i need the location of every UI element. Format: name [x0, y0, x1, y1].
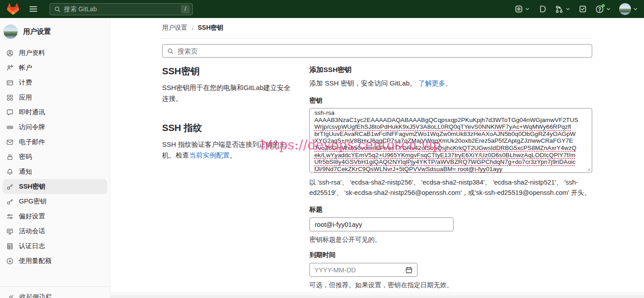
sidebar-item-label: 用户资料 [19, 49, 45, 57]
learn-more-link[interactable]: 了解更多。 [418, 79, 452, 87]
sidebar-item-label: 电子邮件 [19, 138, 45, 146]
ssh-keys-icon [6, 183, 14, 190]
todos-button[interactable] [579, 5, 587, 13]
notifications-icon [6, 168, 14, 176]
sidebar-item-label: 访问令牌 [19, 123, 45, 131]
sidebar-item-profile[interactable]: 用户资料 [3, 45, 107, 60]
breadcrumb-current: SSH密钥 [198, 24, 223, 32]
todos-icon [579, 5, 587, 13]
merge-requests-button[interactable] [555, 5, 570, 14]
ssh-key-textarea[interactable]: ssh-rsa AAAAB3NzaC1yc2EAAAADAQABAAABgQCq… [309, 108, 592, 173]
calendar-icon[interactable] [405, 266, 413, 274]
collapse-sidebar-button[interactable]: 收起侧边栏 [0, 286, 110, 298]
notification-dot [602, 4, 605, 7]
preferences-icon [6, 213, 14, 220]
slash-shortcut-badge: / [181, 5, 190, 14]
sidebar-item-emails[interactable]: 电子邮件 [3, 135, 107, 149]
description-column: SSH密钥 SSH密钥用于在您的电脑和GitLab建立安全连接。 SSH 指纹 … [162, 65, 297, 289]
issues-button[interactable] [538, 5, 546, 13]
key-field-label: 密钥 [309, 96, 592, 105]
account-icon [6, 64, 14, 72]
active-sessions-icon [6, 228, 14, 235]
fingerprints-section-description: SSH 指纹验证客户端是否连接到正确的主机。检查当前实例配置。 [162, 139, 297, 161]
sidebar-item-label: 认证日志 [19, 242, 45, 250]
sidebar-item-label: 通知 [19, 167, 32, 176]
ssh-keys-section-title: SSH密钥 [162, 65, 297, 77]
title-input[interactable] [309, 217, 454, 231]
breadcrumb-parent[interactable]: 用户设置 [162, 24, 187, 32]
settings-sidebar: 用户设置 用户资料 帐户 计费 应用 [0, 18, 110, 298]
sidebar-item-label: GPG密钥 [19, 197, 46, 206]
new-dropdown-button[interactable] [515, 5, 530, 13]
sidebar-item-label: SSH密钥 [19, 182, 45, 191]
sidebar-item-gpg-keys[interactable]: GPG密钥 [3, 194, 107, 209]
sidebar-item-chat[interactable]: 即时通讯 [3, 105, 107, 120]
breadcrumb-divider [162, 38, 592, 39]
page-bottom-strip [110, 292, 644, 298]
add-ssh-key-form: 添加SSH密钥 添加 SSH 密钥，安全访问 GitLab。 了解更多。 密钥 … [309, 65, 592, 289]
password-icon [6, 154, 14, 161]
instance-configuration-link[interactable]: 当前实例配置 [189, 151, 230, 159]
top-navbar: / [0, 0, 644, 18]
search-icon [54, 6, 61, 13]
access-tokens-icon [6, 124, 14, 131]
help-button[interactable] [595, 5, 611, 14]
global-search[interactable]: / [50, 3, 193, 15]
expires-date-input[interactable] [314, 266, 405, 274]
emails-icon [6, 139, 14, 146]
expires-date-field[interactable] [309, 263, 417, 277]
plus-square-icon [515, 5, 523, 13]
sidebar-item-active-sessions[interactable]: 活动会话 [3, 224, 107, 239]
sidebar-item-label: 使用量配额 [19, 257, 52, 265]
sidebar-item-label: 应用 [19, 93, 32, 102]
fingerprints-section-title: SSH 指纹 [162, 122, 297, 134]
sidebar-item-applications[interactable]: 应用 [3, 90, 107, 105]
resize-handle[interactable] [586, 167, 591, 172]
usage-quotas-icon [6, 257, 14, 265]
user-avatar [3, 24, 18, 39]
key-help-text: 以 'ssh-rsa'、 'ecdsa-sha2-nistp256'、 'ecd… [309, 177, 592, 198]
settings-search[interactable] [162, 44, 592, 58]
profile-icon [6, 50, 14, 57]
chat-icon [6, 109, 14, 116]
sidebar-item-access-tokens[interactable]: 访问令牌 [3, 120, 107, 135]
user-menu-button[interactable] [619, 3, 638, 15]
chevron-double-left-icon [8, 294, 14, 298]
sidebar-item-label: 即时通讯 [19, 108, 45, 117]
sidebar-header: 用户设置 [0, 24, 110, 45]
sidebar-item-auth-log[interactable]: 认证日志 [3, 239, 107, 253]
sidebar-item-notifications[interactable]: 通知 [3, 164, 107, 179]
sidebar-item-preferences[interactable]: 偏好设置 [3, 209, 107, 224]
chevron-down-icon [566, 7, 570, 11]
sidebar-item-password[interactable]: 密码 [3, 149, 107, 164]
sidebar-item-usage-quotas[interactable]: 使用量配额 [3, 253, 107, 268]
chevron-down-icon [633, 7, 638, 11]
title-help-text: 密钥标题是公开可见的。 [309, 235, 592, 244]
search-icon [167, 48, 174, 54]
sidebar-item-billing[interactable]: 计费 [3, 75, 107, 90]
collapse-sidebar-label: 收起侧边栏 [19, 293, 52, 298]
ssh-keys-section-description: SSH密钥用于在您的电脑和GitLab建立安全连接。 [162, 82, 297, 104]
gitlab-logo-icon[interactable] [7, 3, 19, 15]
applications-icon [6, 94, 14, 101]
sidebar-item-ssh-keys[interactable]: SSH密钥 [3, 179, 107, 194]
chevron-down-icon [525, 7, 530, 11]
settings-search-input[interactable] [177, 47, 587, 55]
breadcrumb-separator: › [191, 24, 194, 32]
sidebar-item-label: 计费 [19, 78, 32, 87]
form-title: 添加SSH密钥 [309, 65, 592, 74]
breadcrumb: 用户设置 › SSH密钥 [162, 18, 592, 32]
sidebar-item-label: 活动会话 [19, 227, 45, 235]
gpg-keys-icon [6, 198, 14, 205]
sidebar-item-label: 密码 [19, 153, 32, 161]
global-search-input[interactable] [64, 5, 181, 13]
expires-help-text: 可选，但推荐。如果设置，密钥在指定日期无效。 [309, 281, 592, 289]
sidebar-item-label: 偏好设置 [19, 212, 45, 221]
main-content: 用户设置 › SSH密钥 SSH密钥 SSH密钥用于在您的电脑和GitLab建立… [110, 18, 644, 298]
sidebar-item-account[interactable]: 帐户 [3, 60, 107, 75]
hamburger-menu-icon[interactable] [29, 5, 38, 14]
user-avatar [619, 3, 631, 15]
title-field-label: 标题 [309, 205, 592, 214]
form-description: 添加 SSH 密钥，安全访问 GitLab。 了解更多。 [309, 79, 592, 88]
expires-field-label: 到期时间 [309, 251, 592, 259]
